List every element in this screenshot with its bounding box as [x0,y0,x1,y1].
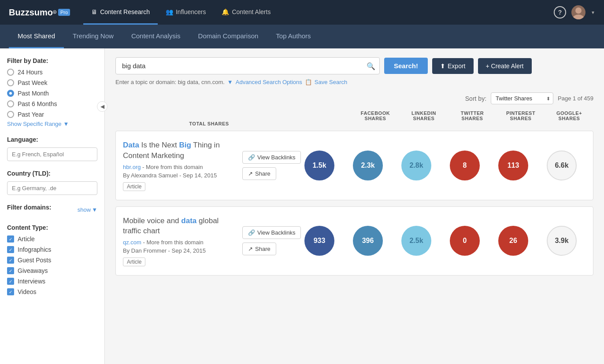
col-header-title [115,110,303,121]
radio-circle-24hours [7,69,14,76]
create-alert-button[interactable]: + Create Alert [478,58,532,74]
radio-circle-past-6months [7,100,14,107]
advanced-search-link[interactable]: Advanced Search Options [236,79,302,85]
view-backlinks-button-2[interactable]: 🔗 View Backlinks [242,226,301,239]
chevron-down-icon: ▼ [591,10,595,15]
card-actions-2: 🔗 View Backlinks ↗ Share [242,226,295,255]
col-header-actions [303,110,351,121]
subnav-domain-comparison[interactable]: Domain Comparison [189,25,267,48]
page-info: Page 1 of 459 [558,95,593,102]
card-meta-2: By Dan Frommer - Sep 24, 2015 [123,247,235,254]
subnav-trending-now[interactable]: Trending Now [64,25,122,48]
card-title-link-2[interactable]: data [181,217,196,225]
domain-link-2[interactable]: qz.com [123,239,141,246]
logo[interactable]: Buzzsumo⦾ Pro [9,7,70,18]
content-type-group: ✓ Article ✓ Infographics ✓ Guest Posts ✓… [7,235,97,295]
subnav-content-analysis[interactable]: Content Analysis [122,25,189,48]
pi-share-2: 0 [441,226,489,256]
radio-past-6-months[interactable]: Past 6 Months [7,100,97,107]
tw-circle-2: 2.5k [401,226,431,256]
card-title-link-1[interactable]: Data [123,141,139,149]
col-header-total: TOTAL SHARES [115,121,303,126]
filter-domains-section: Filter domains: show ▼ [7,204,97,215]
save-search-icon: 📋 [305,79,312,85]
card-domain-2: qz.com - More from this domain [123,239,235,246]
li-circle-1: 2.3k [353,151,383,180]
bell-icon: 🔔 [222,8,229,15]
checkbox-videos[interactable]: ✓ Videos [7,288,97,295]
sort-row: Sort by: Twitter Shares Facebook Shares … [115,92,593,104]
card-domain-1: hbr.org - More from this domain [123,164,235,170]
nav-content-research[interactable]: 🖥 Content Research [83,0,158,25]
monitor-icon: 🖥 [91,8,97,15]
share-button-1[interactable]: ↗ Share [242,167,276,180]
radio-circle-past-month [7,90,14,97]
card-tag-2: Article [123,257,145,266]
sidebar-collapse-button[interactable]: ◀ [97,101,107,112]
col-header-fb: FACEBOOKSHARES [351,110,400,121]
checkbox-interviews[interactable]: ✓ Interviews [7,278,97,285]
radio-past-week[interactable]: Past Week [7,79,97,86]
country-input[interactable] [7,181,97,195]
radio-past-month[interactable]: Past Month [7,90,97,97]
show-domains-link[interactable]: show ▼ [78,206,97,213]
gp-circle-1: 113 [498,151,528,180]
checkbox-box-interviews: ✓ [7,278,14,285]
tw-circle-1: 2.8k [401,151,431,180]
card-info-2: Mobile voice and data global traffic cha… [123,216,242,267]
subnav-top-authors[interactable]: Top Authors [267,25,319,48]
share-button-2[interactable]: ↗ Share [242,243,276,255]
radio-circle-past-year [7,111,14,118]
checkbox-giveaways[interactable]: ✓ Giveaways [7,267,97,274]
checkbox-box-guest-posts: ✓ [7,257,14,264]
search-icon[interactable]: 🔍 [367,62,375,70]
domain-link-1[interactable]: hbr.org [123,164,141,170]
nav-influencers[interactable]: 👥 Influencers [158,0,214,25]
sub-nav: Most Shared Trending Now Content Analysi… [0,25,604,48]
country-title: Country (TLD): [7,170,97,177]
search-button[interactable]: Search! [384,58,428,74]
show-specific-range[interactable]: Show Specific Range ▼ [7,121,97,127]
view-backlinks-button-1[interactable]: 🔗 View Backlinks [242,151,301,164]
filter-date-title: Filter by Date: [7,57,97,64]
radio-circle-past-week [7,79,14,86]
col-header-gp: GOOGLE+SHARES [545,110,593,121]
gp-share-1: 113 [489,151,537,180]
help-button[interactable]: ? [554,6,566,18]
checkbox-article[interactable]: ✓ Article [7,235,97,243]
subnav-most-shared[interactable]: Most Shared [9,25,64,48]
language-section: Language: [7,136,97,161]
li-circle-2: 396 [353,226,383,256]
tw-share-1: 2.8k [392,151,441,180]
pi-circle-1: 8 [450,151,480,180]
card-title-link-big-1[interactable]: Big [179,141,191,149]
search-hint: Enter a topic or domain: big data, cnn.c… [115,79,593,85]
search-input[interactable] [115,57,380,74]
radio-past-year[interactable]: Past Year [7,111,97,118]
export-button[interactable]: ⬆ Export [432,58,473,74]
radio-24hours[interactable]: 24 Hours [7,69,97,76]
card-title-1: Data Is the Next Big Thing in Content Ma… [123,140,235,161]
save-search-link[interactable]: Save Search [315,79,347,85]
svg-point-1 [573,15,584,19]
gp-share-2: 26 [489,226,537,256]
pi-share-1: 8 [441,151,489,180]
language-input[interactable] [7,147,97,161]
avatar[interactable] [571,5,585,19]
top-nav-items: 🖥 Content Research 👥 Influencers 🔔 Conte… [83,0,554,25]
li-share-1: 2.3k [344,151,392,180]
fb-share-1: 1.5k [295,151,344,180]
search-box: 🔍 [115,57,380,74]
svg-point-0 [575,7,582,14]
sort-select[interactable]: Twitter Shares Facebook Shares LinkedIn … [491,92,553,104]
total-circle-2: 3.9k [547,226,577,256]
result-card-2: Mobile voice and data global traffic cha… [115,206,593,276]
people-icon: 👥 [166,8,173,15]
date-radio-group: 24 Hours Past Week Past Month Past 6 Mon… [7,69,97,118]
nav-content-alerts[interactable]: 🔔 Content Alerts [214,0,278,25]
checkbox-guest-posts[interactable]: ✓ Guest Posts [7,257,97,264]
checkbox-infographics[interactable]: ✓ Infographics [7,246,97,253]
content-area: 🔍 Search! ⬆ Export + Create Alert Enter … [105,48,604,364]
chevron-down-small-icon: ▼ [63,121,69,127]
main-layout: ◀ Filter by Date: 24 Hours Past Week Pas… [0,48,604,364]
